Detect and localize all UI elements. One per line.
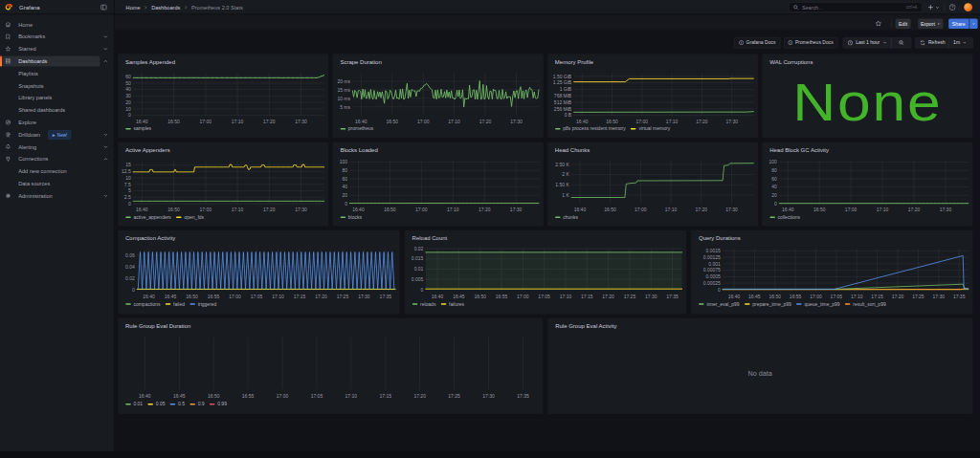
svg-text:768 MiB: 768 MiB [554, 93, 572, 98]
svg-text:17:30: 17:30 [295, 119, 307, 124]
svg-text:17:10: 17:10 [665, 207, 678, 212]
svg-text:17:00: 17:00 [229, 294, 241, 299]
svg-text:40: 40 [125, 86, 131, 92]
svg-text:17:20: 17:20 [695, 207, 707, 212]
svg-text:80: 80 [771, 167, 777, 173]
svg-text:0: 0 [345, 201, 347, 207]
svg-text:20 ms: 20 ms [337, 78, 350, 84]
svg-text:100: 100 [768, 159, 777, 164]
svg-text:16:45: 16:45 [173, 393, 186, 399]
svg-text:15: 15 [125, 162, 131, 167]
svg-text:16:40: 16:40 [143, 294, 155, 299]
svg-text:50: 50 [125, 80, 131, 86]
svg-text:0.00025: 0.00025 [703, 280, 721, 286]
svg-text:17:10: 17:10 [272, 294, 284, 299]
svg-text:15 ms: 15 ms [337, 87, 350, 93]
svg-text:0.00125: 0.00125 [703, 254, 721, 260]
svg-text:0.00075: 0.00075 [703, 267, 721, 273]
svg-text:17:25: 17:25 [623, 294, 635, 299]
svg-text:0: 0 [420, 287, 423, 293]
svg-text:17:20: 17:20 [413, 393, 426, 399]
svg-text:17:05: 17:05 [538, 294, 550, 299]
svg-text:17:20: 17:20 [696, 119, 708, 124]
svg-text:16:45: 16:45 [453, 294, 465, 299]
svg-text:0.04: 0.04 [125, 264, 135, 270]
svg-text:17:30: 17:30 [939, 207, 951, 212]
svg-text:17:20: 17:20 [479, 207, 491, 212]
svg-text:60: 60 [125, 74, 131, 79]
svg-text:17:10: 17:10 [345, 393, 357, 399]
svg-text:16:55: 16:55 [496, 294, 508, 299]
svg-text:17:35: 17:35 [379, 294, 391, 299]
svg-text:10: 10 [125, 106, 131, 112]
svg-text:16:50: 16:50 [813, 207, 826, 212]
svg-text:60: 60 [771, 176, 777, 182]
svg-text:256 MiB: 256 MiB [554, 106, 572, 112]
svg-text:17:30: 17:30 [510, 119, 523, 124]
svg-text:17:10: 17:10 [448, 119, 460, 124]
svg-text:17:15: 17:15 [581, 294, 593, 299]
svg-text:0.02: 0.02 [125, 275, 135, 281]
svg-text:17:35: 17:35 [666, 294, 679, 299]
svg-text:17:30: 17:30 [295, 207, 307, 212]
svg-text:17:05: 17:05 [831, 294, 843, 299]
svg-text:16:40: 16:40 [136, 207, 148, 212]
svg-text:16:50: 16:50 [208, 393, 220, 399]
svg-text:17:00: 17:00 [635, 207, 647, 212]
svg-text:16:50: 16:50 [474, 294, 486, 299]
svg-text:80: 80 [342, 167, 347, 173]
svg-text:17:20: 17:20 [479, 119, 492, 124]
svg-text:16:50: 16:50 [768, 294, 781, 299]
svg-text:0.0015: 0.0015 [706, 248, 722, 253]
svg-text:17:00: 17:00 [635, 119, 648, 124]
svg-text:17:20: 17:20 [263, 207, 276, 212]
svg-text:10: 10 [125, 175, 131, 181]
svg-text:16:50: 16:50 [167, 207, 180, 212]
svg-text:60: 60 [342, 176, 347, 182]
svg-text:16:40: 16:40 [573, 207, 586, 212]
svg-text:16:40: 16:40 [432, 294, 444, 299]
svg-text:17:15: 17:15 [294, 294, 306, 299]
svg-text:16:40: 16:40 [728, 294, 741, 299]
svg-text:16:50: 16:50 [606, 119, 618, 124]
svg-text:0: 0 [774, 201, 777, 207]
svg-text:17:20: 17:20 [315, 294, 327, 299]
svg-text:20: 20 [342, 192, 347, 198]
svg-text:16:40: 16:40 [352, 207, 365, 212]
svg-text:17:30: 17:30 [725, 119, 738, 124]
svg-text:0: 0 [718, 287, 721, 293]
svg-text:40: 40 [771, 184, 777, 189]
svg-text:0.01: 0.01 [413, 266, 423, 272]
svg-text:10 ms: 10 ms [337, 96, 350, 101]
svg-text:16:50: 16:50 [386, 119, 398, 124]
svg-text:17:20: 17:20 [908, 207, 921, 212]
svg-text:17:35: 17:35 [953, 294, 966, 299]
svg-text:17:25: 17:25 [336, 294, 348, 299]
svg-text:16:50: 16:50 [604, 207, 616, 212]
svg-text:0: 0 [132, 287, 135, 293]
svg-text:17:30: 17:30 [510, 207, 523, 212]
svg-text:16:55: 16:55 [208, 294, 220, 299]
svg-text:16:40: 16:40 [355, 119, 368, 124]
svg-text:17:10: 17:10 [666, 119, 679, 124]
svg-text:16:50: 16:50 [384, 207, 396, 212]
svg-text:0 B: 0 B [564, 112, 571, 118]
svg-text:16:50: 16:50 [167, 119, 180, 124]
svg-text:0.015: 0.015 [412, 255, 424, 261]
svg-text:17:30: 17:30 [645, 294, 657, 299]
svg-text:17:25: 17:25 [448, 393, 460, 399]
svg-text:1.50 K: 1.50 K [555, 182, 569, 187]
svg-text:17:10: 17:10 [560, 294, 572, 299]
svg-text:17:00: 17:00 [415, 207, 428, 212]
svg-text:0.02: 0.02 [413, 246, 423, 251]
svg-text:16:40: 16:40 [136, 119, 148, 124]
svg-text:7.5: 7.5 [124, 182, 131, 187]
svg-text:17:10: 17:10 [232, 119, 244, 124]
svg-text:30: 30 [125, 93, 131, 98]
svg-text:16:50: 16:50 [186, 294, 198, 299]
svg-text:17:00: 17:00 [417, 119, 430, 124]
svg-text:17:10: 17:10 [877, 207, 889, 212]
svg-text:17:15: 17:15 [871, 294, 883, 299]
svg-text:16:45: 16:45 [748, 294, 761, 299]
svg-text:17:25: 17:25 [912, 294, 924, 299]
